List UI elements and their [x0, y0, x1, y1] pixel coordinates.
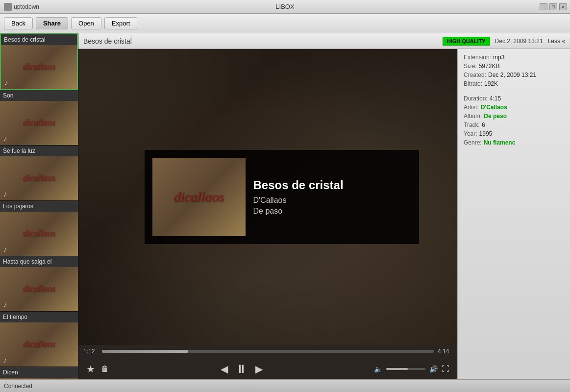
popup-album-art: dicallaos — [152, 158, 246, 236]
sidebar-item-4[interactable]: Hasta que salga el dicallaos ♪ — [0, 256, 78, 312]
duration-label: Duration: — [464, 95, 488, 102]
sidebar-album-art-5: dicallaos — [23, 339, 55, 350]
sidebar-item-label-6: Dicen — [0, 367, 78, 378]
info-extension: Extension: mp3 — [464, 54, 564, 61]
created-label: Created: — [464, 72, 486, 78]
sidebar-thumb-4: dicallaos ♪ — [0, 267, 78, 311]
titlebar: uptodown LIBOX _ □ × — [0, 0, 570, 14]
volume-slider[interactable] — [386, 368, 425, 370]
sidebar-item-0[interactable]: Besos de cristal dicallaos ♪ — [0, 33, 78, 90]
track-label: Track: — [464, 122, 480, 128]
genre-label: Genre: — [464, 139, 482, 146]
duration-value: 4:15 — [490, 95, 501, 102]
main-layout: Besos de cristal dicallaos ♪ Son dicalla… — [0, 33, 570, 379]
app-logo: uptodown — [4, 3, 39, 11]
minimize-button[interactable]: _ — [540, 3, 547, 10]
sidebar-thumb-2: dicallaos ♪ — [0, 156, 78, 200]
popup-song-title: Besos de cristal — [253, 178, 344, 192]
genre-value: Nu flamenc — [484, 139, 516, 146]
music-note-icon-5: ♪ — [3, 356, 7, 365]
track-title: Besos de cristal — [83, 37, 132, 45]
size-label: Size: — [464, 63, 477, 70]
info-artist: Artist: D'Callaos — [464, 104, 564, 111]
total-time: 4:14 — [438, 348, 452, 355]
album-value: De paso — [484, 113, 507, 120]
toolbar: Back Share Open Export — [0, 14, 570, 33]
current-time: 1:12 — [83, 348, 98, 355]
share-button[interactable]: Share — [36, 17, 68, 29]
volume-high-icon: 🔊 — [429, 365, 438, 373]
sidebar-item-3[interactable]: Los pajaros dicallaos ♪ — [0, 201, 78, 256]
sidebar-item-2[interactable]: Se fue la luz dicallaos ♪ — [0, 146, 78, 201]
sidebar-album-art-4: dicallaos — [23, 284, 55, 294]
artist-label: Artist: — [464, 104, 479, 111]
sidebar-thumb-img-0: dicallaos — [1, 45, 77, 89]
delete-button[interactable]: 🗑 — [101, 363, 109, 375]
close-button[interactable]: × — [559, 3, 567, 10]
info-spacer-1 — [464, 89, 564, 93]
progress-bar[interactable] — [102, 350, 434, 353]
sidebar-thumb-img-2: dicallaos — [0, 156, 78, 200]
progress-bar-fill — [102, 350, 188, 353]
open-button[interactable]: Open — [71, 17, 101, 29]
popup-artist: D'Callaos — [253, 196, 344, 205]
music-note-icon-3: ♪ — [3, 245, 7, 254]
artist-value: D'Callaos — [481, 104, 507, 111]
sidebar-album-art-3: dicallaos — [23, 228, 55, 239]
player-info-row: dicallaos Besos de cristal D'Callaos De … — [78, 49, 570, 379]
progress-area: 1:12 4:14 — [78, 345, 457, 358]
info-duration: Duration: 4:15 — [464, 95, 564, 102]
content-date: Dec 2, 2009 13:21 — [495, 38, 543, 45]
sidebar-item-5[interactable]: El tiempo dicallaos ♪ — [0, 312, 78, 367]
content-topbar: Besos de cristal HIGH QUALITY Dec 2, 200… — [78, 33, 570, 49]
bitrate-value: 192K — [484, 80, 498, 87]
player-area: dicallaos Besos de cristal D'Callaos De … — [78, 49, 457, 379]
info-year: Year: 1995 — [464, 130, 564, 137]
sidebar-item-6[interactable]: Dicen dicallaos ♪ — [0, 367, 78, 379]
next-button[interactable]: ▶ — [255, 363, 263, 375]
controls-left: ★ 🗑 — [86, 363, 109, 375]
window-controls: _ □ × — [540, 3, 567, 10]
info-panel: Extension: mp3 Size: 5972KB Created: Dec… — [457, 49, 570, 379]
sidebar-thumb-img-1: dicallaos — [0, 101, 78, 145]
sidebar-item-1[interactable]: Son dicallaos ♪ — [0, 90, 78, 146]
logo-text: uptodown — [14, 3, 39, 10]
fullscreen-button[interactable]: ⛶ — [442, 365, 449, 373]
album-label: Album: — [464, 113, 482, 120]
size-value: 5972KB — [479, 63, 500, 70]
year-label: Year: — [464, 130, 477, 137]
info-size: Size: 5972KB — [464, 63, 564, 70]
sidebar-thumb-0: dicallaos ♪ — [1, 45, 77, 89]
maximize-button[interactable]: □ — [549, 3, 557, 10]
window-title: LIBOX — [275, 3, 294, 10]
content-wrapper: Besos de cristal HIGH QUALITY Dec 2, 200… — [78, 33, 570, 379]
sidebar-thumb-1: dicallaos ♪ — [0, 101, 78, 145]
play-pause-button[interactable]: ⏸ — [236, 362, 248, 376]
statusbar: Connected — [0, 379, 570, 392]
sidebar-thumb-3: dicallaos ♪ — [0, 212, 78, 256]
controls-right: 🔈 🔊 ⛶ — [374, 365, 449, 373]
back-button[interactable]: Back — [4, 17, 33, 29]
less-button[interactable]: Less « — [548, 38, 565, 45]
previous-button[interactable]: ◀ — [221, 363, 228, 375]
favorite-button[interactable]: ★ — [86, 363, 95, 375]
created-value: Dec 2, 2009 13:21 — [488, 72, 536, 78]
track-value: 6 — [482, 122, 485, 128]
topbar-right: HIGH QUALITY Dec 2, 2009 13:21 Less « — [443, 37, 565, 46]
sidebar-item-label-4: Hasta que salga el — [0, 256, 78, 267]
sidebar-thumb-6: dicallaos ♪ — [0, 378, 78, 379]
music-note-icon-2: ♪ — [3, 190, 7, 198]
controls-bar: ★ 🗑 ◀ ⏸ ▶ 🔈 🔊 ⛶ — [78, 358, 457, 379]
sidebar-album-art-1: dicallaos — [23, 118, 55, 128]
sidebar-item-label-5: El tiempo — [0, 312, 78, 322]
info-album: Album: De paso — [464, 113, 564, 120]
export-button[interactable]: Export — [104, 17, 138, 29]
sidebar-thumb-5: dicallaos ♪ — [0, 322, 78, 367]
player-main: dicallaos Besos de cristal D'Callaos De … — [78, 49, 457, 345]
sidebar-thumb-img-6: dicallaos — [0, 378, 78, 379]
music-note-icon-4: ♪ — [3, 300, 7, 309]
sidebar-album-art-0: dicallaos — [23, 62, 55, 73]
music-note-icon-1: ♪ — [3, 134, 7, 143]
volume-fill — [386, 368, 408, 370]
sidebar: Besos de cristal dicallaos ♪ Son dicalla… — [0, 33, 78, 379]
